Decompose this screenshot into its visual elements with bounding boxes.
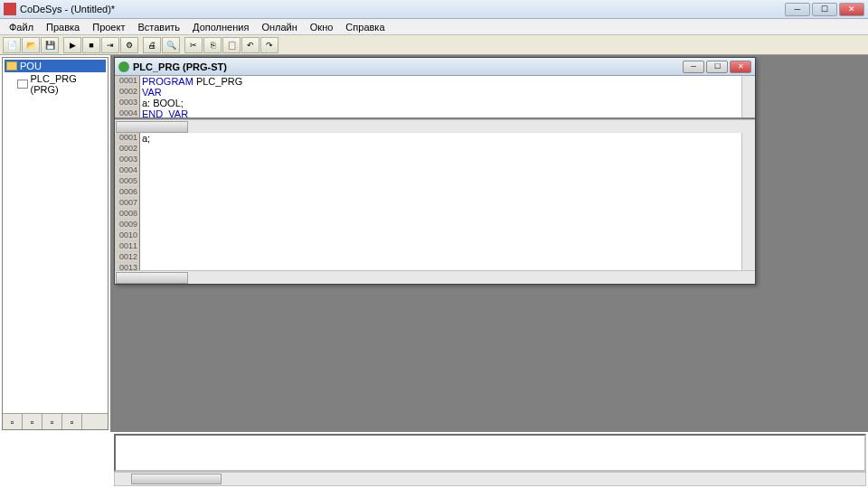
close-button[interactable]: ✕ <box>839 3 864 16</box>
tree-root[interactable]: POU <box>5 60 106 72</box>
menu-insert[interactable]: Вставить <box>132 20 185 34</box>
app-icon <box>4 3 16 15</box>
sidebar-tab-4[interactable]: ▫ <box>62 414 82 429</box>
body-scroll-v[interactable] <box>741 133 755 270</box>
editor-close[interactable]: ✕ <box>730 61 751 73</box>
body-pane[interactable]: 0001000200030004000500060007000800090010… <box>115 133 755 270</box>
folder-icon <box>6 61 17 70</box>
editor-minimize[interactable]: ─ <box>683 61 704 73</box>
tree-child-label: PLC_PRG (PRG) <box>31 73 104 95</box>
maximize-button[interactable]: ☐ <box>812 3 837 16</box>
menu-extras[interactable]: Дополнения <box>187 20 254 34</box>
tool-redo[interactable]: ↷ <box>260 37 278 53</box>
sidebar: POU PLC_PRG (PRG) ▫ ▫ ▫ ▫ <box>2 57 108 430</box>
tool-new[interactable]: 📄 <box>3 37 21 53</box>
tool-build[interactable]: ⚙ <box>120 37 138 53</box>
project-tree[interactable]: POU PLC_PRG (PRG) <box>3 58 108 413</box>
tree-child[interactable]: PLC_PRG (PRG) <box>5 72 106 96</box>
tool-stop[interactable]: ■ <box>82 37 100 53</box>
tool-find[interactable]: 🔍 <box>162 37 180 53</box>
code-pane: 0001000200030004 PROGRAM PLC_PRGVAR a: B… <box>115 76 755 284</box>
file-icon <box>17 80 28 89</box>
tool-save[interactable]: 💾 <box>41 37 59 53</box>
main-area: POU PLC_PRG (PRG) ▫ ▫ ▫ ▫ PLC_PRG (PRG-S… <box>0 55 868 432</box>
tool-open[interactable]: 📂 <box>22 37 40 53</box>
menu-edit[interactable]: Правка <box>41 20 85 34</box>
body-scroll-h[interactable] <box>115 270 755 284</box>
editor-maximize[interactable]: ☐ <box>706 61 728 73</box>
tool-run[interactable]: ▶ <box>63 37 81 53</box>
window-titlebar: CoDeSys - (Untitled)* ─ ☐ ✕ <box>0 0 868 19</box>
tool-cut[interactable]: ✂ <box>184 37 203 53</box>
menu-help[interactable]: Справка <box>340 20 390 34</box>
menu-bar: Файл Правка Проект Вставить Дополнения О… <box>0 19 868 35</box>
window-controls: ─ ☐ ✕ <box>785 3 864 16</box>
menu-file[interactable]: Файл <box>4 20 39 34</box>
decl-scroll-h[interactable] <box>115 119 755 133</box>
workspace: PLC_PRG (PRG-ST) ─ ☐ ✕ 0001000200030004 … <box>110 55 868 432</box>
editor-icon <box>118 61 129 72</box>
scroll-thumb[interactable] <box>116 121 188 133</box>
toolbar: 📄 📂 💾 ▶ ■ ⇥ ⚙ 🖨 🔍 ✂ ⎘ 📋 ↶ ↷ <box>0 35 868 55</box>
editor-titlebar[interactable]: PLC_PRG (PRG-ST) ─ ☐ ✕ <box>115 58 755 76</box>
menu-window[interactable]: Окно <box>305 20 339 34</box>
declaration-pane[interactable]: 0001000200030004 PROGRAM PLC_PRGVAR a: B… <box>115 76 755 119</box>
menu-online[interactable]: Онлайн <box>256 20 302 34</box>
decl-gutter: 0001000200030004 <box>115 76 140 117</box>
tree-root-label: POU <box>20 61 42 71</box>
decl-code[interactable]: PROGRAM PLC_PRGVAR a: BOOL;END_VAR <box>140 76 741 117</box>
scroll-thumb[interactable] <box>116 272 188 284</box>
body-gutter: 0001000200030004000500060007000800090010… <box>115 133 140 270</box>
tool-copy[interactable]: ⎘ <box>203 37 222 53</box>
editor-window: PLC_PRG (PRG-ST) ─ ☐ ✕ 0001000200030004 … <box>114 57 756 285</box>
window-title: CoDeSys - (Untitled)* <box>20 4 785 14</box>
editor-title: PLC_PRG (PRG-ST) <box>133 61 683 72</box>
message-scroll[interactable] <box>114 472 866 486</box>
sidebar-tab-2[interactable]: ▫ <box>23 414 42 429</box>
scroll-thumb[interactable] <box>131 474 222 484</box>
sidebar-tab-1[interactable]: ▫ <box>3 414 23 429</box>
message-panel[interactable] <box>114 434 866 472</box>
tool-print[interactable]: 🖨 <box>143 37 161 53</box>
tool-undo[interactable]: ↶ <box>241 37 259 53</box>
menu-project[interactable]: Проект <box>87 20 130 34</box>
tool-paste[interactable]: 📋 <box>222 37 241 53</box>
decl-scroll-v[interactable] <box>741 76 755 117</box>
minimize-button[interactable]: ─ <box>785 3 810 16</box>
sidebar-tabs: ▫ ▫ ▫ ▫ <box>3 413 108 429</box>
sidebar-tab-3[interactable]: ▫ <box>42 414 62 429</box>
body-code[interactable]: a; <box>140 133 741 270</box>
tool-step[interactable]: ⇥ <box>101 37 119 53</box>
